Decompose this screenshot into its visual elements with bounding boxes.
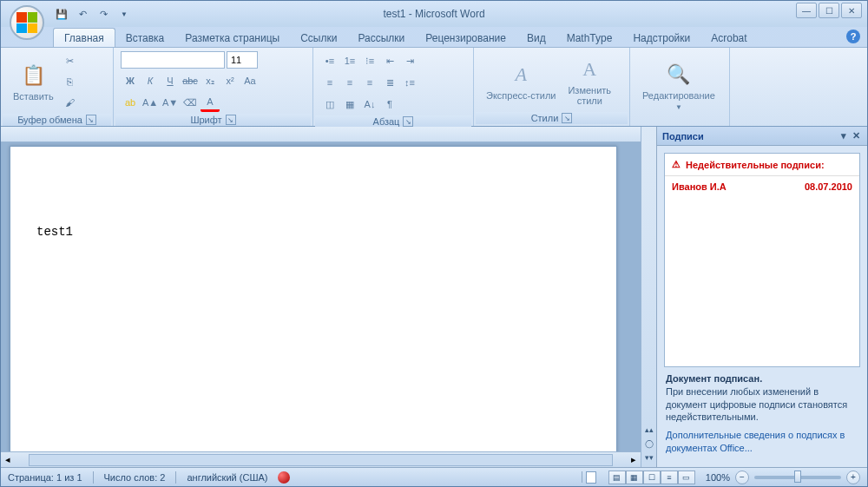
help-icon[interactable]: ?: [846, 30, 860, 43]
workspace: test1 ◂ ▸ ▴▴ ◯ ▾▾ Подписи ▾ ✕: [1, 127, 867, 467]
tab-review[interactable]: Рецензирование: [415, 29, 516, 47]
tab-mathtype[interactable]: MathType: [556, 29, 623, 47]
copy-icon[interactable]: ⎘: [61, 72, 80, 91]
minimize-button[interactable]: —: [796, 3, 817, 18]
font-name-input[interactable]: [121, 51, 225, 69]
change-case-icon[interactable]: Aa: [240, 71, 260, 90]
status-page[interactable]: Страница: 1 из 1: [8, 472, 82, 483]
signature-badge-icon[interactable]: [278, 471, 290, 484]
font-color-icon[interactable]: A: [201, 93, 220, 112]
next-page-icon[interactable]: ▾▾: [643, 451, 655, 464]
zoom-in-button[interactable]: +: [846, 471, 860, 484]
align-left-icon[interactable]: ≡: [320, 73, 339, 92]
bullets-icon[interactable]: •≡: [320, 51, 339, 70]
format-painter-icon[interactable]: 🖌: [61, 93, 80, 112]
highlight-icon[interactable]: ab: [121, 93, 140, 112]
justify-icon[interactable]: ≣: [380, 73, 399, 92]
font-size-input[interactable]: [227, 51, 258, 69]
close-button[interactable]: ✕: [841, 3, 862, 18]
indent-inc-icon[interactable]: ⇥: [400, 51, 419, 70]
outline-view-icon[interactable]: ≡: [661, 471, 678, 484]
page-viewport[interactable]: test1: [1, 142, 641, 451]
tab-home[interactable]: Главная: [53, 28, 115, 47]
line-spacing-icon[interactable]: ↕≡: [400, 73, 419, 92]
app-window: 💾 ↶ ↷ ▼ test1 - Microsoft Word — ☐ ✕ Гла…: [0, 0, 868, 487]
tab-insert[interactable]: Вставка: [115, 29, 175, 47]
strike-icon[interactable]: abc: [181, 71, 200, 90]
multilevel-icon[interactable]: ⁝≡: [360, 51, 379, 70]
tab-references[interactable]: Ссылки: [290, 29, 347, 47]
taskpane-close-icon[interactable]: ✕: [850, 130, 862, 141]
font-launcher[interactable]: ↘: [226, 115, 236, 125]
signatures-list: ⚠ Недействительные подписи: Иванов И.А 0…: [664, 153, 860, 367]
zoom-slider[interactable]: [754, 476, 841, 479]
paste-button[interactable]: 📋 Вставить: [8, 60, 59, 103]
align-center-icon[interactable]: ≡: [340, 73, 359, 92]
quick-access-toolbar: 💾 ↶ ↷ ▼: [53, 5, 133, 23]
status-bar: Страница: 1 из 1 Число слов: 2 английски…: [1, 467, 867, 486]
group-clipboard-label: Буфер обмена: [17, 115, 82, 125]
tab-pagelayout[interactable]: Разметка страницы: [174, 29, 290, 47]
horizontal-ruler[interactable]: [1, 127, 641, 142]
shrink-font-icon[interactable]: A▼: [161, 93, 180, 112]
invalid-signatures-header: Недействительные подписи:: [686, 160, 825, 170]
web-view-icon[interactable]: ☐: [643, 471, 661, 484]
change-styles-button[interactable]: A Изменить стили: [562, 54, 616, 108]
indent-dec-icon[interactable]: ⇤: [380, 51, 399, 70]
grow-font-icon[interactable]: A▲: [141, 93, 160, 112]
draft-view-icon[interactable]: ▭: [678, 471, 695, 484]
taskpane-menu-icon[interactable]: ▾: [838, 130, 850, 141]
tab-addins[interactable]: Надстройки: [622, 29, 700, 47]
clipboard-launcher[interactable]: ↘: [86, 115, 96, 125]
underline-icon[interactable]: Ч: [161, 71, 180, 90]
superscript-icon[interactable]: x²: [220, 71, 240, 90]
maximize-button[interactable]: ☐: [819, 3, 839, 18]
clear-format-icon[interactable]: ⌫: [181, 93, 200, 112]
office-button[interactable]: [10, 5, 44, 40]
show-marks-icon[interactable]: ¶: [380, 95, 399, 114]
undo-icon[interactable]: ↶: [74, 5, 91, 23]
paragraph-launcher[interactable]: ↘: [403, 116, 413, 127]
tab-acrobat[interactable]: Acrobat: [700, 29, 757, 47]
browse-object-icon[interactable]: ◯: [643, 438, 655, 450]
vertical-nav: ▴▴ ◯ ▾▾: [641, 127, 656, 467]
document-page[interactable]: test1: [10, 146, 617, 451]
cut-icon[interactable]: ✂: [61, 51, 80, 70]
signatures-help-link[interactable]: Дополнительные сведения о подписях в док…: [666, 429, 858, 455]
zoom-out-button[interactable]: −: [735, 471, 749, 484]
qat-customize-icon[interactable]: ▼: [115, 5, 133, 23]
tab-mailings[interactable]: Рассылки: [347, 29, 415, 47]
zoom-value[interactable]: 100%: [706, 472, 730, 483]
editing-button[interactable]: 🔍 Редактирование ▼: [637, 59, 720, 112]
redo-icon[interactable]: ↷: [95, 5, 112, 23]
borders-icon[interactable]: ▦: [340, 95, 359, 114]
signature-date: 08.07.2010: [805, 181, 852, 192]
signature-row[interactable]: Иванов И.А 08.07.2010: [665, 176, 859, 197]
subscript-icon[interactable]: x₂: [201, 71, 220, 90]
zoom-thumb[interactable]: [794, 471, 801, 483]
prev-page-icon[interactable]: ▴▴: [643, 424, 655, 436]
view-buttons: ▤ ▦ ☐ ≡ ▭: [608, 471, 695, 484]
document-signed-msg: Документ подписан.: [666, 372, 858, 385]
shading-icon[interactable]: ◫: [320, 95, 339, 114]
fullscreen-view-icon[interactable]: ▦: [626, 471, 643, 484]
binoculars-icon: 🔍: [665, 61, 693, 89]
horizontal-scrollbar[interactable]: ◂ ▸: [1, 451, 641, 467]
print-layout-view-icon[interactable]: ▤: [608, 471, 626, 484]
italic-icon[interactable]: К: [141, 71, 160, 90]
tab-view[interactable]: Вид: [516, 29, 556, 47]
insert-mode-icon[interactable]: [582, 471, 598, 483]
align-right-icon[interactable]: ≡: [360, 73, 379, 92]
clipboard-icon: 📋: [19, 62, 47, 89]
save-icon[interactable]: 💾: [53, 5, 70, 23]
quick-styles-button[interactable]: A Экспресс-стили: [481, 59, 561, 102]
document-text[interactable]: test1: [10, 147, 616, 317]
status-word-count[interactable]: Число слов: 2: [104, 472, 166, 483]
bold-icon[interactable]: Ж: [121, 71, 140, 90]
signer-name: Иванов И.А: [672, 181, 727, 192]
numbering-icon[interactable]: 1≡: [340, 51, 359, 70]
sort-icon[interactable]: A↓: [360, 95, 379, 114]
styles-launcher[interactable]: ↘: [562, 113, 572, 123]
title-bar: 💾 ↶ ↷ ▼ test1 - Microsoft Word — ☐ ✕: [1, 1, 867, 27]
status-language[interactable]: английский (США): [187, 472, 267, 483]
